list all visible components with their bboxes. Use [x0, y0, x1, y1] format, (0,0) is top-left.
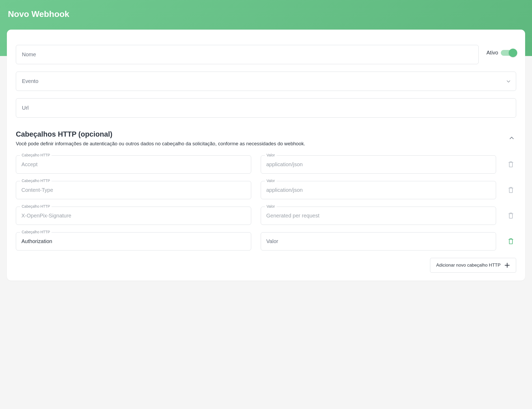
http-header-row: Cabeçalho HTTPValor [16, 181, 516, 199]
http-header-row: Cabeçalho HTTPValor [16, 155, 516, 174]
delete-header-button [506, 184, 516, 196]
http-headers-section-title: Cabeçalhos HTTP (opcional) [16, 130, 305, 138]
http-headers-list: Cabeçalho HTTPValorCabeçalho HTTPValorCa… [16, 152, 516, 250]
delete-header-button [506, 210, 516, 221]
http-header-name-input [16, 155, 251, 174]
toggle-knob [509, 49, 517, 57]
header-field-label: Cabeçalho HTTP [20, 204, 52, 208]
http-header-value-input [261, 207, 496, 225]
delete-header-button [506, 159, 516, 170]
collapse-button[interactable] [507, 134, 516, 142]
http-header-value-input[interactable] [261, 232, 496, 250]
http-header-value-input [261, 155, 496, 174]
active-toggle-label: Ativo [487, 50, 498, 56]
header-field-label: Cabeçalho HTTP [20, 179, 52, 183]
chevron-up-icon [509, 137, 514, 140]
page-title: Novo Webhook [8, 9, 524, 19]
webhook-form-card: Ativo Cabeçalhos HTTP (opcional) Você po… [7, 30, 525, 281]
url-field[interactable] [16, 98, 516, 118]
add-http-header-label: Adicionar novo cabeçalho HTTP [436, 263, 501, 268]
name-field[interactable] [16, 45, 479, 64]
trash-icon [508, 161, 514, 168]
header-field-label: Cabeçalho HTTP [20, 230, 52, 234]
active-toggle[interactable] [501, 50, 516, 56]
http-header-name-input [16, 181, 251, 199]
http-header-value-input [261, 181, 496, 199]
http-header-name-input [16, 207, 251, 225]
http-header-row: Cabeçalho HTTP [16, 232, 516, 250]
plus-icon [504, 262, 510, 268]
trash-icon [508, 212, 514, 219]
value-field-label: Valor [265, 204, 277, 208]
http-headers-section-description: Você pode definir informações de autenti… [16, 140, 305, 147]
value-field-label: Valor [265, 179, 277, 183]
event-select[interactable] [16, 72, 516, 91]
trash-icon [508, 238, 514, 245]
delete-header-button[interactable] [506, 236, 516, 247]
http-header-name-input[interactable] [16, 232, 251, 250]
add-http-header-button[interactable]: Adicionar novo cabeçalho HTTP [430, 258, 516, 273]
value-field-label: Valor [265, 153, 277, 157]
http-header-row: Cabeçalho HTTPValor [16, 207, 516, 225]
trash-icon [508, 187, 514, 193]
header-field-label: Cabeçalho HTTP [20, 153, 52, 157]
